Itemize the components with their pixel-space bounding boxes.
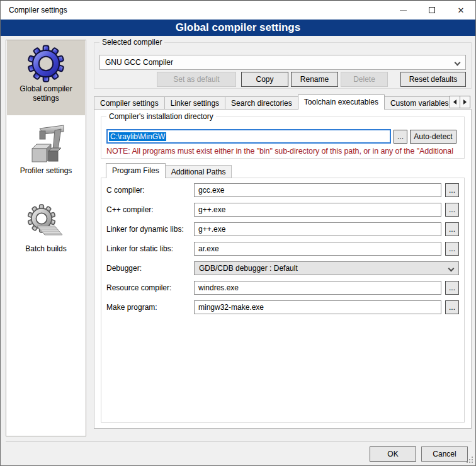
maximize-icon: [429, 7, 435, 13]
maximize-button[interactable]: [417, 1, 446, 20]
page-title: Global compiler settings: [1, 20, 475, 36]
dynamic-linker-label: Linker for dynamic libs:: [106, 222, 184, 236]
arrow-right-icon: [463, 99, 467, 105]
set-as-default-button[interactable]: Set as default: [157, 72, 236, 87]
field-row: Linker for dynamic libs: ...: [101, 222, 464, 236]
compiler-actions: Set as default Copy Rename Delete Reset …: [99, 72, 466, 87]
browse-dynamic-linker-button[interactable]: ...: [445, 222, 459, 236]
caliper-blocks-icon: [26, 123, 66, 165]
tab-linker-settings[interactable]: Linker settings: [164, 96, 225, 110]
bin-subdirectory-note: NOTE: All programs must exist either in …: [106, 147, 463, 156]
browse-c-compiler-button[interactable]: ...: [445, 183, 459, 197]
selected-compiler-group: Selected compiler GNU GCC Compiler Set a…: [94, 42, 472, 89]
window-controls: ✕: [388, 1, 475, 20]
tab-custom-variables[interactable]: Custom variables: [384, 96, 450, 110]
minimize-icon: [400, 10, 407, 11]
program-files-pane: C compiler: ... C++ compiler: ... Linker…: [101, 178, 465, 423]
make-program-label: Make program:: [106, 300, 157, 314]
debugger-select[interactable]: GDB/CDB debugger : Default: [194, 261, 459, 275]
browse-directory-button[interactable]: ...: [394, 130, 407, 144]
tab-scroll-left-button[interactable]: [450, 96, 460, 108]
chevron-down-icon: [455, 60, 461, 66]
c-compiler-label: C compiler:: [106, 183, 145, 197]
arrow-left-icon: [453, 99, 456, 105]
compiler-settings-dialog: Compiler settings ✕ Global compiler sett…: [0, 0, 476, 466]
auto-detect-button[interactable]: Auto-detect: [410, 130, 456, 144]
sidebar-item-label: Profiler settings: [7, 165, 85, 176]
dynamic-linker-input[interactable]: [194, 222, 441, 236]
footer-separator: [6, 441, 472, 442]
sidebar-item-label: Global compiler settings: [7, 83, 85, 103]
static-linker-label: Linker for static libs:: [106, 242, 173, 256]
window-title: Compiler settings: [9, 6, 67, 14]
tab-program-files[interactable]: Program Files: [106, 163, 166, 178]
tab-additional-paths[interactable]: Additional Paths: [165, 165, 232, 178]
chevron-down-icon: [448, 266, 455, 272]
sidebar-item-profiler-settings[interactable]: Profiler settings: [7, 120, 85, 186]
rename-button[interactable]: Rename: [291, 72, 338, 87]
settings-category-list: Global compiler settings Profiler settin…: [6, 40, 86, 436]
field-row: Make program: ...: [101, 300, 464, 314]
cancel-button[interactable]: Cancel: [421, 446, 468, 462]
compiler-select[interactable]: GNU GCC Compiler: [99, 55, 466, 70]
selected-text: C:\raylib\MinGW: [109, 132, 166, 141]
browse-resource-compiler-button[interactable]: ...: [445, 281, 459, 295]
blue-gear-icon: [26, 44, 65, 83]
cpp-compiler-label: C++ compiler:: [106, 203, 154, 217]
group-label: Selected compiler: [99, 38, 164, 47]
static-linker-input[interactable]: [194, 242, 441, 256]
field-row: C++ compiler: ...: [101, 203, 464, 217]
browse-make-program-button[interactable]: ...: [445, 300, 459, 314]
sidebar-item-label: Batch builds: [7, 243, 85, 254]
ok-button[interactable]: OK: [370, 446, 416, 462]
c-compiler-input[interactable]: [194, 183, 441, 197]
browse-cpp-compiler-button[interactable]: ...: [445, 203, 459, 217]
resize-grip[interactable]: [466, 456, 473, 463]
tab-search-directories[interactable]: Search directories: [225, 96, 298, 110]
debugger-select-value: GDB/CDB debugger : Default: [199, 264, 298, 273]
resource-compiler-input[interactable]: [194, 281, 441, 295]
tab-compiler-settings[interactable]: Compiler settings: [94, 96, 165, 110]
field-row: Resource compiler: ...: [101, 281, 464, 295]
tab-scroll-buttons: [450, 96, 470, 108]
copy-button[interactable]: Copy: [241, 72, 288, 87]
titlebar[interactable]: Compiler settings ✕: [1, 1, 475, 20]
field-row: Linker for static libs: ...: [101, 242, 464, 256]
program-tabs: Program Files Additional Paths: [106, 163, 231, 178]
sidebar-item-batch-builds[interactable]: Batch builds: [7, 199, 85, 266]
installation-directory-group: Compiler's installation directory C:\ray…: [101, 116, 465, 159]
close-icon: ✕: [458, 6, 465, 14]
make-program-input[interactable]: [194, 300, 441, 314]
compiler-select-value: GNU GCC Compiler: [105, 58, 173, 67]
browse-static-linker-button[interactable]: ...: [445, 242, 459, 256]
close-button[interactable]: ✕: [446, 1, 475, 20]
resource-compiler-label: Resource compiler:: [106, 281, 171, 295]
installation-directory-input[interactable]: C:\raylib\MinGW: [106, 129, 391, 144]
minimize-button[interactable]: [388, 1, 417, 20]
reset-defaults-button[interactable]: Reset defaults: [400, 72, 466, 87]
delete-button[interactable]: Delete: [341, 72, 388, 87]
tab-scroll-right-button[interactable]: [460, 96, 470, 108]
group-label: Compiler's installation directory: [106, 112, 216, 121]
toolchain-executables-page: Compiler's installation directory C:\ray…: [94, 109, 472, 429]
settings-tabs: Compiler settings Linker settings Search…: [94, 94, 450, 110]
gray-gear-stack-icon: [26, 203, 66, 243]
field-row: Debugger: GDB/CDB debugger : Default: [101, 261, 464, 275]
field-row: C compiler: ...: [101, 183, 464, 197]
sidebar-item-global-compiler-settings[interactable]: Global compiler settings: [7, 40, 85, 115]
cpp-compiler-input[interactable]: [194, 203, 441, 217]
tab-toolchain-executables[interactable]: Toolchain executables: [298, 94, 385, 110]
debugger-label: Debugger:: [106, 261, 142, 275]
